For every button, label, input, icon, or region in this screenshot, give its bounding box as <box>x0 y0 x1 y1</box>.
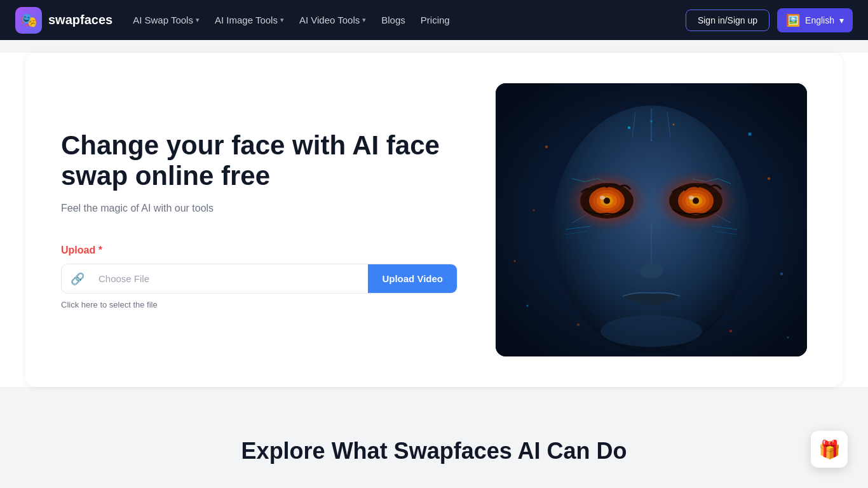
flag-icon: 🖼️ <box>786 13 800 27</box>
upload-row: 🔗 Choose File Upload Video <box>61 264 458 294</box>
hero-left: Change your face with AI face swap onlin… <box>61 130 458 310</box>
chevron-down-icon: ▾ <box>362 16 366 24</box>
nav-item-blogs[interactable]: Blogs <box>381 15 405 25</box>
below-hero: Explore What Swapfaces AI Can Do <box>0 400 868 488</box>
language-selector[interactable]: 🖼️ English ▾ <box>777 8 853 32</box>
choose-file-input[interactable]: Choose File <box>93 264 368 293</box>
upload-hint: Click here to select the file <box>61 300 458 309</box>
nav-actions: Sign in/Sign up 🖼️ English ▾ <box>686 8 853 32</box>
link-icon: 🔗 <box>62 272 93 286</box>
hero-title: Change your face with AI face swap onlin… <box>61 130 458 192</box>
ai-face-svg <box>496 83 807 356</box>
upload-video-button[interactable]: Upload Video <box>368 264 457 293</box>
hero-image <box>496 83 807 356</box>
nav-item-image-tools[interactable]: AI Image Tools ▾ <box>215 15 284 25</box>
logo-text: swapfaces <box>48 13 112 27</box>
language-label: English <box>805 15 834 25</box>
explore-title: Explore What Swapfaces AI Can Do <box>25 438 843 464</box>
chevron-down-icon: ▾ <box>196 16 200 24</box>
nav-item-video-tools[interactable]: AI Video Tools ▾ <box>299 15 366 25</box>
gift-icon: 🎁 <box>818 439 841 460</box>
nav-links: AI Swap Tools ▾ AI Image Tools ▾ AI Vide… <box>133 15 665 25</box>
svg-rect-46 <box>496 83 807 356</box>
upload-label: Upload * <box>61 245 458 256</box>
hero-subtitle: Feel the magic of AI with our tools <box>61 203 458 214</box>
nav-item-swap-tools[interactable]: AI Swap Tools ▾ <box>133 15 200 25</box>
navbar: 🎭 swapfaces AI Swap Tools ▾ AI Image Too… <box>0 0 868 40</box>
sign-in-button[interactable]: Sign in/Sign up <box>686 10 770 31</box>
gift-button[interactable]: 🎁 <box>811 431 848 468</box>
logo-icon: 🎭 <box>15 7 42 34</box>
hero-card: Change your face with AI face swap onlin… <box>25 53 843 387</box>
logo[interactable]: 🎭 swapfaces <box>15 7 112 34</box>
nav-item-pricing[interactable]: Pricing <box>421 15 450 25</box>
required-marker: * <box>95 245 102 255</box>
chevron-down-icon: ▾ <box>280 16 284 24</box>
hero-section: Change your face with AI face swap onlin… <box>0 53 868 387</box>
chevron-down-icon: ▾ <box>839 15 844 25</box>
